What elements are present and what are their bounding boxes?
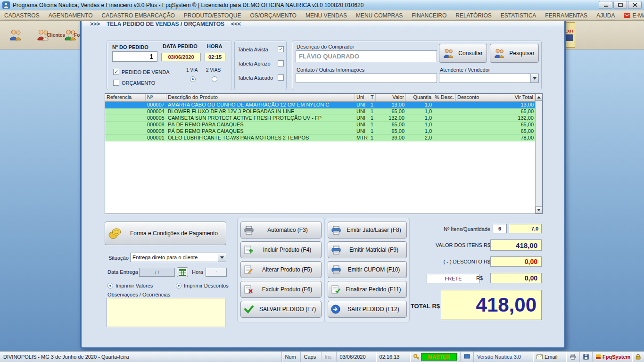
menu-vendas[interactable]: MENU VENDAS	[305, 12, 347, 19]
header-desconto[interactable]: Desconto	[456, 94, 482, 101]
imprimir-descontos-radio[interactable]	[176, 283, 182, 288]
pedido-vendas-dialog: >>> TELA PEDIDO DE VENDAS / ORÇAMENTOS <…	[80, 18, 566, 349]
brand-logo-icon	[596, 354, 601, 359]
search-people-icon	[493, 48, 505, 58]
observacoes-label: Observações / Ocorrências	[107, 292, 170, 297]
table-row[interactable]: 000005CAMISETA SUN PROTECT ACTIVE FRESH …	[105, 115, 535, 122]
exit-door-icon	[565, 34, 573, 41]
alterar-produto-button[interactable]: Alterar Produto (F5)	[240, 261, 322, 278]
header-t[interactable]: T	[369, 94, 376, 101]
tabela-atacado-checkbox[interactable]	[278, 74, 284, 81]
data-entrega-input[interactable]: / /	[139, 268, 175, 277]
incluir-produto-button[interactable]: Incluir Produto (F4)	[240, 241, 322, 258]
status-user-badge: MASTER	[421, 353, 457, 361]
hora-entrega-input[interactable]: :	[206, 268, 227, 277]
consultar-button[interactable]: Consultar	[439, 44, 487, 63]
products-grid: Referencia Nº Descrição do Produto Uni T…	[105, 93, 543, 214]
table-row[interactable]: 000004BLOWER FLUXO DE AR 12V 3 POLEGADAS…	[105, 108, 535, 115]
monitor-icon	[464, 354, 470, 360]
status-email[interactable]: Email	[533, 352, 566, 362]
menu-estatistica[interactable]: ESTATISTICA	[501, 12, 537, 19]
table-row[interactable]: 000007AMARRA CABO OU CUNHO DE AMARRAÇÃO …	[105, 102, 535, 108]
header-referencia[interactable]: Referencia	[105, 94, 146, 101]
forma-pagamento-button[interactable]: Forma e Condições de Pagamento	[105, 222, 226, 245]
exit-arrow-icon	[331, 304, 340, 314]
hora-pedido-input[interactable]: 02:15	[205, 53, 225, 61]
header-uni[interactable]: Uni	[355, 94, 369, 101]
situacao-select[interactable]: Entrega direto para o cliente	[130, 253, 226, 262]
numero-pedido-input[interactable]: 1	[112, 51, 157, 62]
key-icon	[413, 354, 419, 360]
tabela-aprazo-checkbox[interactable]	[278, 60, 284, 66]
tabela-avista-checkbox[interactable]	[278, 46, 284, 52]
automatico-button[interactable]: Automático (F3)	[240, 222, 322, 239]
descricao-comprador-label: Descrição do Comprador	[297, 44, 354, 49]
header-quantia[interactable]: Quantia	[406, 94, 433, 101]
header-numero[interactable]: Nº	[146, 94, 166, 101]
header-descricao[interactable]: Descrição do Produto	[166, 94, 355, 101]
atendente-label: Atendente / Vendedor	[440, 67, 490, 73]
header-valor[interactable]: Valor	[376, 94, 406, 101]
maximize-button[interactable]	[613, 1, 627, 9]
data-pedido-input[interactable]: 03/06/2020	[161, 53, 201, 61]
via1-radio[interactable]	[190, 76, 196, 82]
status-printer-panel[interactable]	[566, 352, 580, 362]
pedido-venda-checkbox[interactable]	[113, 69, 119, 75]
window-titlebar[interactable]: Programa Oficina Náutica, Vendas e Finan…	[0, 0, 644, 10]
atendente-select[interactable]	[439, 74, 539, 83]
tabela-aprazo-label: Tabela Aprazo	[238, 61, 275, 66]
menu-os-orcamento[interactable]: OS/ORÇAMENTO	[250, 12, 296, 19]
finalizar-pedido-button[interactable]: Finalizar Pedido (F11)	[328, 281, 407, 298]
table-row[interactable]: 000001ÓLEO LUBRIFICANTE TC-W3 PARA MOTOR…	[105, 135, 535, 141]
grid-scrollbar[interactable]	[535, 94, 542, 214]
observacoes-textarea[interactable]	[107, 298, 225, 327]
menu-relatorios[interactable]: RELATÓRIOS	[455, 12, 491, 19]
scroll-up-icon[interactable]	[536, 94, 542, 101]
data-pedido-label: DATA PEDIDO	[163, 43, 198, 49]
imprimir-valores-row: Imprimir Valores	[107, 283, 153, 288]
scroll-down-icon[interactable]	[536, 206, 542, 214]
imprimir-descontos-label: Imprimir Descontos	[184, 283, 229, 288]
menu-cadastro-embarcacao[interactable]: CADASTRO EMBARCAÇÃO	[101, 12, 174, 19]
tabela-atacado-row: Tabela Atacado	[238, 74, 284, 81]
menu-financeiro[interactable]: FINANCEIRO	[412, 12, 446, 19]
menu-compras[interactable]: MENU COMPRAS	[356, 12, 403, 19]
header-vlrtotal[interactable]: Vlr Total	[482, 94, 535, 101]
itens-qtd-value: 7,0	[509, 224, 542, 233]
grid-header: Referencia Nº Descrição do Produto Uni T…	[105, 94, 535, 102]
status-monitor-panel	[461, 352, 474, 362]
imprimir-valores-radio[interactable]	[107, 283, 113, 288]
contato-input[interactable]	[296, 74, 437, 83]
valor-itens-value: 418,00	[490, 239, 542, 251]
status-ins: Ins	[322, 352, 337, 362]
minimize-button[interactable]	[599, 1, 612, 9]
header-pdesc[interactable]: % Desc.	[433, 94, 456, 101]
frete-value: 0,00	[490, 273, 542, 283]
status-disk-panel[interactable]	[580, 352, 593, 362]
table-row[interactable]: 000008PÁ DE REMO PARA CAIAQUESUNI165,001…	[105, 122, 535, 128]
printer-icon	[331, 246, 341, 255]
dialog-titlebar[interactable]: >>> TELA PEDIDO DE VENDAS / ORÇAMENTOS <…	[82, 19, 564, 29]
excluir-produto-button[interactable]: Excluir Produto (F6)	[240, 281, 322, 298]
envelope-icon	[537, 354, 543, 359]
status-location: DIVINOPOLIS - MG 3 de Junho de 2020 - Qu…	[0, 352, 282, 362]
via2-radio[interactable]	[212, 76, 217, 82]
descricao-comprador-input[interactable]: FLÁVIO QUADRADO	[296, 50, 437, 62]
salvar-pedido-button[interactable]: SALVAR PEDIDO (F7)	[240, 301, 322, 318]
pesquisar-button[interactable]: Pesquisar	[490, 44, 539, 63]
menu-cadastros[interactable]: CADASTROS	[4, 12, 40, 19]
table-row[interactable]: 000008PÁ DE REMO PARA CAIAQUESUNI165,001…	[105, 128, 535, 135]
toolbar-funcionarios-button[interactable]: Funciona	[58, 22, 83, 48]
menu-ajuda[interactable]: AJUDA	[596, 12, 615, 19]
check-form-icon	[331, 285, 340, 294]
status-user-panel: MASTER	[410, 352, 461, 362]
calendar-icon[interactable]	[177, 267, 188, 277]
menu-email[interactable]: E-MAIL	[624, 12, 644, 19]
status-lock-panel	[632, 352, 644, 362]
menu-produto-estoque[interactable]: PRODUTO/ESTOQUE	[184, 12, 241, 19]
title-suffix: <<<	[231, 21, 241, 27]
close-button[interactable]	[628, 1, 642, 9]
orcamento-checkbox[interactable]	[113, 80, 119, 86]
menu-ferramentas[interactable]: FERRAMENTAS	[545, 12, 587, 19]
menu-agendamento[interactable]: AGENDAMENTO	[49, 12, 93, 19]
